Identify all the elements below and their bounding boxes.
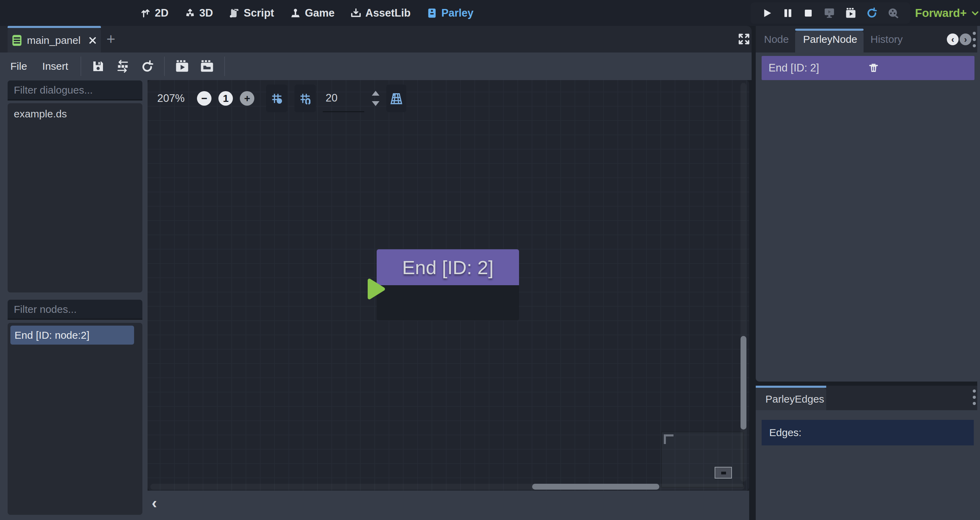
tab-scroll-left-button[interactable]: ‹ (947, 33, 959, 45)
file-menu[interactable]: File (3, 60, 35, 72)
undo-icon[interactable] (140, 59, 154, 73)
workspace-game-label: Game (305, 7, 334, 19)
2d-icon (140, 8, 151, 19)
script-icon (229, 8, 240, 19)
toggle-grid-button[interactable] (266, 85, 288, 112)
tab-parleynode[interactable]: ParleyNode (803, 33, 858, 45)
game-icon (290, 8, 301, 19)
renderer-dropdown[interactable]: Forward+ (915, 0, 980, 26)
edges-menu-kebab-icon[interactable] (973, 390, 976, 405)
vertical-scrollbar[interactable] (741, 83, 746, 482)
edges-header-row: Edges: (762, 420, 974, 445)
tab-node[interactable]: Node (764, 33, 789, 45)
dialogues-list: example.ds (8, 103, 142, 292)
scene-tab-bar: main_panel + (0, 26, 752, 52)
arrange-nodes-icon[interactable] (115, 59, 130, 73)
workspace-parley-button[interactable]: Parley (426, 7, 473, 19)
dock-node-title: End [ID: 2] (768, 62, 868, 74)
minimap-node-marker (721, 472, 726, 474)
tab-parleyedges-label: ParleyEdges (765, 393, 824, 405)
vertical-scrollbar-thumb[interactable] (741, 336, 746, 430)
filter-dialogues-box (8, 81, 142, 100)
filter-nodes-input[interactable] (8, 303, 147, 315)
stop-button[interactable] (802, 7, 814, 19)
snap-distance-field[interactable] (323, 85, 364, 112)
top-bar: 2D 3D Script Game AssetLib Parley (0, 0, 980, 26)
workspace-2d-button[interactable]: 2D (140, 7, 169, 19)
horizontal-scrollbar[interactable] (150, 484, 745, 490)
renderer-label: Forward+ (915, 6, 967, 20)
tab-scroll-right-button[interactable]: › (959, 33, 971, 45)
close-tab-icon[interactable] (88, 36, 97, 45)
snap-distance-input[interactable] (323, 92, 364, 105)
pause-button[interactable] (782, 7, 794, 19)
node-list-item-selected[interactable]: End [ID: node:2] (10, 326, 134, 345)
graph-node-end-header[interactable]: End [ID: 2] (377, 249, 519, 285)
godot-editor-window: 2D 3D Script Game AssetLib Parley (0, 0, 980, 520)
parleynode-panel: End [ID: 2] (756, 52, 980, 382)
snap-grid-button[interactable] (294, 85, 316, 112)
spinner-up-icon[interactable] (372, 91, 379, 96)
delete-node-icon[interactable] (868, 62, 967, 74)
tab-menu-kebab-icon[interactable] (973, 32, 976, 47)
spinner-down-icon[interactable] (372, 101, 379, 106)
zoom-reset-button[interactable]: 1 (218, 91, 233, 106)
graph-canvas[interactable]: 207% − 1 + End [ID: 2] (148, 80, 749, 491)
dialogue-list-item[interactable]: example.ds (8, 103, 142, 120)
tab-parleyedges[interactable]: ParleyEdges (756, 388, 826, 410)
workspace-switcher: 2D 3D Script Game AssetLib Parley (140, 0, 473, 26)
workspace-script-label: Script (243, 7, 274, 19)
filter-nodes-box (8, 300, 142, 320)
save-icon[interactable] (91, 59, 105, 73)
bottom-panel-bar: ‹ (148, 491, 749, 520)
workspace-game-button[interactable]: Game (290, 7, 334, 19)
parley-icon (426, 8, 438, 19)
workspace-script-button[interactable]: Script (229, 7, 274, 19)
test-dialogue-icon[interactable] (175, 59, 190, 73)
collapse-sidebar-button[interactable]: ‹ (152, 493, 157, 512)
play-scene-button[interactable] (823, 7, 835, 19)
workspace-3d-label: 3D (199, 7, 213, 19)
test-dialogue-from-start-icon[interactable] (199, 59, 215, 73)
tab-history[interactable]: History (870, 33, 903, 45)
graph-toolbar: 207% − 1 + (157, 84, 406, 113)
zoom-in-button[interactable]: + (240, 91, 255, 106)
assetlib-icon (350, 8, 361, 19)
dock-node-row[interactable]: End [ID: 2] (762, 56, 974, 80)
new-tab-button[interactable]: + (107, 30, 115, 48)
expand-panel-icon[interactable] (737, 32, 751, 46)
graph-node-end-body[interactable] (377, 285, 519, 320)
tab-main-panel[interactable]: main_panel (8, 28, 101, 52)
workspace-assetlib-label: AssetLib (365, 7, 410, 19)
tab-label: main_panel (27, 35, 81, 46)
zoom-out-button[interactable]: − (197, 91, 212, 106)
zoom-percent-label: 207% (157, 92, 185, 105)
insert-menu[interactable]: Insert (35, 60, 76, 72)
workspace-assetlib-button[interactable]: AssetLib (350, 7, 410, 19)
workspace-2d-label: 2D (155, 7, 169, 19)
reload-button[interactable] (865, 7, 878, 19)
horizontal-scrollbar-thumb[interactable] (532, 484, 659, 490)
grid-icon (270, 92, 284, 105)
play-button[interactable] (761, 7, 773, 19)
graph-minimap[interactable] (661, 431, 744, 488)
inspector-tab-bar: Node ParleyNode History ‹ › (756, 26, 977, 52)
minimap-camera-rect[interactable] (714, 467, 732, 479)
toggle-minimap-button[interactable] (387, 85, 406, 112)
workspace-parley-label: Parley (441, 7, 473, 19)
movie-reel-button[interactable] (887, 7, 899, 19)
toolbar-separator (164, 57, 165, 76)
3d-icon (185, 8, 196, 19)
edges-label: Edges: (769, 427, 801, 439)
movie-maker-button[interactable] (845, 7, 857, 19)
panel-list-icon (12, 35, 22, 46)
workspace-3d-button[interactable]: 3D (185, 7, 213, 19)
parleyedges-panel: Edges: (756, 410, 980, 520)
snap-spinner[interactable] (372, 91, 379, 106)
toolbar-separator (224, 57, 225, 76)
chevron-down-icon (970, 9, 980, 17)
minimap-icon (390, 92, 403, 105)
node-input-port-icon[interactable] (368, 278, 385, 300)
filter-dialogues-input[interactable] (8, 84, 147, 96)
minimap-corner-handle[interactable] (664, 434, 673, 444)
